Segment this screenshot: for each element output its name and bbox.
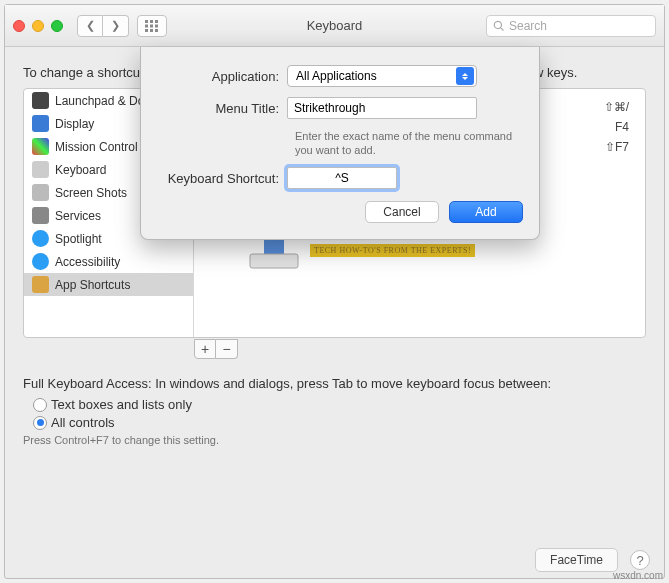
svg-rect-13 (264, 237, 284, 259)
nav-forward-button[interactable]: ❯ (103, 15, 129, 37)
radio-icon (33, 416, 47, 430)
svg-rect-7 (150, 29, 153, 32)
svg-rect-14 (250, 254, 298, 268)
sidebar-item-app-shortcuts[interactable]: App Shortcuts (24, 273, 193, 296)
shortcut-key: F4 (604, 117, 629, 137)
svg-rect-4 (150, 24, 153, 27)
sidebar-item-label: Screen Shots (55, 186, 127, 200)
menu-title-helper: Enter the exact name of the menu command… (295, 129, 523, 157)
sidebar-item-label: Mission Control (55, 140, 138, 154)
bottom-bar: FaceTime ? (5, 548, 664, 572)
svg-rect-1 (150, 20, 153, 23)
svg-rect-5 (155, 24, 158, 27)
titlebar: ❮ ❯ Keyboard Search (5, 5, 664, 47)
shortcut-label: Keyboard Shortcut: (157, 171, 287, 186)
search-placeholder: Search (509, 19, 547, 33)
application-value: All Applications (296, 69, 377, 83)
radio-icon (33, 398, 47, 412)
svg-rect-6 (145, 29, 148, 32)
radio-text-boxes[interactable]: Text boxes and lists only (33, 397, 646, 412)
radio-label: Text boxes and lists only (51, 397, 192, 412)
sidebar-item-label: Accessibility (55, 255, 120, 269)
window-controls (13, 20, 63, 32)
add-shortcut-dialog: Application: All Applications Menu Title… (140, 47, 540, 240)
shortcut-key: ⇧F7 (604, 137, 629, 157)
shortcut-input[interactable] (287, 167, 397, 189)
application-label: Application: (157, 69, 287, 84)
keyboard-access-section: Full Keyboard Access: In windows and dia… (23, 376, 646, 446)
source-url: wsxdn.com (613, 570, 663, 581)
add-button[interactable]: Add (449, 201, 523, 223)
add-shortcut-button[interactable]: + (194, 339, 216, 359)
svg-rect-8 (155, 29, 158, 32)
keyboard-access-hint: Press Control+F7 to change this setting. (23, 434, 646, 446)
nav-buttons: ❮ ❯ (77, 15, 129, 37)
watermark-tagline: TECH HOW-TO'S FROM THE EXPERTS! (310, 244, 475, 257)
sidebar-item-label: Services (55, 209, 101, 223)
remove-shortcut-button[interactable]: − (216, 339, 238, 359)
menu-title-label: Menu Title: (157, 101, 287, 116)
radio-label: All controls (51, 415, 115, 430)
svg-rect-3 (145, 24, 148, 27)
show-all-button[interactable] (137, 15, 167, 37)
radio-all-controls[interactable]: All controls (33, 415, 646, 430)
svg-rect-0 (145, 20, 148, 23)
cancel-button[interactable]: Cancel (365, 201, 439, 223)
facetime-button[interactable]: FaceTime (535, 548, 618, 572)
nav-back-button[interactable]: ❮ (77, 15, 103, 37)
menu-title-input[interactable] (287, 97, 477, 119)
sidebar-item-label: App Shortcuts (55, 278, 130, 292)
sidebar-item-label: Spotlight (55, 232, 102, 246)
popup-arrows-icon (456, 67, 474, 85)
preferences-window: ❮ ❯ Keyboard Search To change a shortcut… (4, 4, 665, 579)
search-icon (493, 20, 505, 32)
minimize-window-icon[interactable] (32, 20, 44, 32)
sidebar-item-label: Keyboard (55, 163, 106, 177)
keyboard-access-heading: Full Keyboard Access: In windows and dia… (23, 376, 646, 391)
svg-rect-2 (155, 20, 158, 23)
add-remove-controls: + − (194, 339, 238, 359)
sidebar-item-accessibility[interactable]: Accessibility (24, 250, 193, 273)
shortcut-keys-column: ⇧⌘/ F4 ⇧F7 (604, 97, 629, 157)
sidebar-item-label: Display (55, 117, 94, 131)
close-window-icon[interactable] (13, 20, 25, 32)
help-button[interactable]: ? (630, 550, 650, 570)
shortcut-key: ⇧⌘/ (604, 97, 629, 117)
zoom-window-icon[interactable] (51, 20, 63, 32)
application-popup[interactable]: All Applications (287, 65, 477, 87)
search-field[interactable]: Search (486, 15, 656, 37)
